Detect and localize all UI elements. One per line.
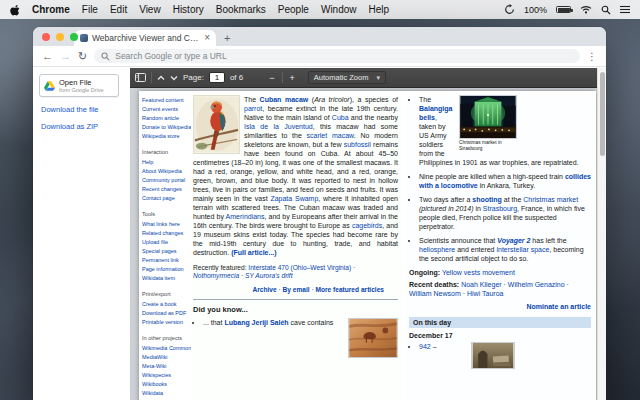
ongoing-line: Ongoing: Yellow vests movement: [409, 268, 591, 277]
sidebar-link[interactable]: Current events: [142, 105, 189, 114]
menu-people[interactable]: People: [278, 4, 309, 15]
wiki-link[interactable]: heliosphere: [419, 246, 455, 253]
close-window-button[interactable]: [42, 33, 50, 41]
battery-icon[interactable]: [556, 6, 571, 13]
nominate-article-link[interactable]: Nominate an article: [526, 303, 591, 310]
wiki-link[interactable]: subfossil: [344, 141, 371, 148]
sidebar-link[interactable]: Special pages: [142, 247, 189, 256]
sidebar-link[interactable]: Recent changes: [142, 185, 189, 194]
spotlight-icon[interactable]: [601, 5, 611, 15]
menu-history[interactable]: History: [173, 4, 204, 15]
reload-icon[interactable]: ↻: [78, 51, 87, 62]
sidebar-link[interactable]: Random article: [142, 114, 189, 123]
wiki-link[interactable]: 942: [419, 343, 431, 350]
sidebar-link[interactable]: Wikidata: [142, 389, 189, 398]
sidebar-link[interactable]: About Wikipedia: [142, 167, 189, 176]
download-file-link[interactable]: Download the file: [41, 105, 130, 114]
notification-center-icon[interactable]: [620, 5, 630, 14]
sidebar-link[interactable]: Community portal: [142, 176, 189, 185]
scrollbar[interactable]: [597, 68, 606, 400]
wiki-link[interactable]: Hiwi Tauroa: [467, 290, 503, 297]
wiki-link[interactable]: parrot: [244, 105, 262, 112]
zoom-select[interactable]: Automatic Zoom ▾: [308, 71, 386, 84]
menu-bookmarks[interactable]: Bookmarks: [216, 4, 266, 15]
sidebar-link[interactable]: Page information: [142, 265, 189, 274]
sidebar-link[interactable]: Wikibooks: [142, 380, 189, 389]
wiki-link[interactable]: interstellar space: [496, 246, 549, 253]
sidebar-link[interactable]: Featured content: [142, 96, 189, 105]
menu-app-name[interactable]: Chrome: [32, 4, 70, 15]
wiki-link[interactable]: SY Aurora's drift: [245, 272, 292, 279]
sidebar-link[interactable]: MediaWiki: [142, 353, 189, 362]
previous-page-icon[interactable]: [157, 75, 165, 81]
sidebar-link[interactable]: Wikispecies: [142, 371, 189, 380]
chrome-menu-icon[interactable]: ⋮: [587, 51, 597, 62]
recent-deaths-line: Recent deaths: Noah Klieger · Wilhelm Ge…: [409, 280, 591, 298]
wiki-link[interactable]: cagebirds: [352, 222, 382, 229]
zoom-window-button[interactable]: [70, 33, 78, 41]
open-file-button[interactable]: Open File from Google Drive: [39, 74, 119, 97]
next-page-icon[interactable]: [170, 75, 178, 81]
menu-window[interactable]: Window: [321, 4, 357, 15]
tab-close-icon[interactable]: ×: [204, 33, 210, 43]
browser-tab[interactable]: Webarchive Viewer and Conv... ×: [74, 30, 216, 46]
menu-status-area: 100%: [504, 4, 630, 15]
zoom-out-button[interactable]: −: [267, 73, 276, 83]
wiki-link[interactable]: Interstate 470 (Ohio–West Virginia): [248, 264, 351, 271]
pdf-toolbar: Page: of 6 − + Automatic Zoom ▾: [130, 68, 597, 88]
wiki-link[interactable]: Lubang Jeriji Saléh: [224, 319, 288, 326]
wiki-link[interactable]: Voyager 2: [497, 237, 530, 244]
wiki-link[interactable]: Noah Klieger: [461, 281, 501, 288]
address-bar[interactable]: Search Google or type a URL: [94, 49, 580, 63]
sidebar-link[interactable]: Printable version: [142, 318, 189, 327]
wiki-link[interactable]: Christmas market: [523, 196, 578, 203]
menu-view[interactable]: View: [139, 4, 161, 15]
wiki-link[interactable]: Yellow vests movement: [442, 269, 515, 276]
wiki-link[interactable]: Strasbourg: [483, 205, 517, 212]
text-run: Scientists announce that: [419, 237, 497, 244]
scrollbar-thumb[interactable]: [600, 72, 606, 156]
sidebar-toggle-icon[interactable]: [135, 73, 146, 82]
text-run: Recently featured:: [193, 264, 248, 271]
sidebar-link[interactable]: Wikimedia Commons: [142, 344, 189, 353]
sidebar-link[interactable]: Donate to Wikipedia: [142, 123, 189, 132]
sidebar-link[interactable]: Download as PDF: [142, 309, 189, 318]
sidebar-link[interactable]: What links here: [142, 220, 189, 229]
zoom-in-button[interactable]: +: [288, 73, 297, 83]
wiki-link[interactable]: Isla de la Juventud: [244, 123, 313, 130]
sidebar-link[interactable]: Help: [142, 158, 189, 167]
wiki-link[interactable]: By email: [282, 286, 309, 293]
menu-edit[interactable]: Edit: [110, 4, 127, 15]
wiki-link[interactable]: scarlet macaw: [307, 132, 354, 139]
wiki-link[interactable]: More featured articles: [315, 286, 384, 293]
back-icon[interactable]: ←: [42, 51, 53, 62]
apple-menu[interactable]: [10, 4, 20, 16]
wiki-link[interactable]: Nothomyrmecia: [193, 272, 239, 279]
sidebar-link[interactable]: Permanent link: [142, 256, 189, 265]
sidebar-link[interactable]: Related changes: [142, 229, 189, 238]
on-this-day-image: [471, 342, 515, 369]
wiki-link[interactable]: Wilhelm Genazino: [508, 281, 565, 288]
wiki-link[interactable]: Archive: [252, 286, 276, 293]
wiki-link[interactable]: William Newsom: [409, 290, 461, 297]
sidebar-link[interactable]: Wikidata item: [142, 274, 189, 283]
wiki-link[interactable]: Cuban macaw: [260, 96, 309, 103]
wiki-link[interactable]: Amerindians: [226, 213, 265, 220]
wiki-link[interactable]: (Full article...): [231, 249, 277, 256]
wiki-link[interactable]: Cuba: [332, 114, 349, 121]
wiki-link[interactable]: Zapata Swamp: [270, 195, 318, 202]
sidebar-link[interactable]: Create a book: [142, 300, 189, 309]
sidebar-link[interactable]: Wikipedia store: [142, 132, 189, 141]
download-zip-link[interactable]: Download as ZIP: [41, 122, 130, 131]
sidebar-link[interactable]: Meta-Wiki: [142, 362, 189, 371]
sidebar-link[interactable]: Upload file: [142, 238, 189, 247]
menu-file[interactable]: File: [82, 4, 98, 15]
wiki-link[interactable]: shooting: [472, 196, 502, 203]
sidebar-link[interactable]: Contact page: [142, 194, 189, 203]
minimize-window-button[interactable]: [56, 33, 64, 41]
new-tab-button[interactable]: +: [224, 32, 230, 44]
menu-help[interactable]: Help: [369, 4, 390, 15]
page-number-input[interactable]: [209, 72, 225, 83]
sync-icon[interactable]: [504, 4, 515, 15]
wifi-icon[interactable]: [580, 5, 592, 14]
